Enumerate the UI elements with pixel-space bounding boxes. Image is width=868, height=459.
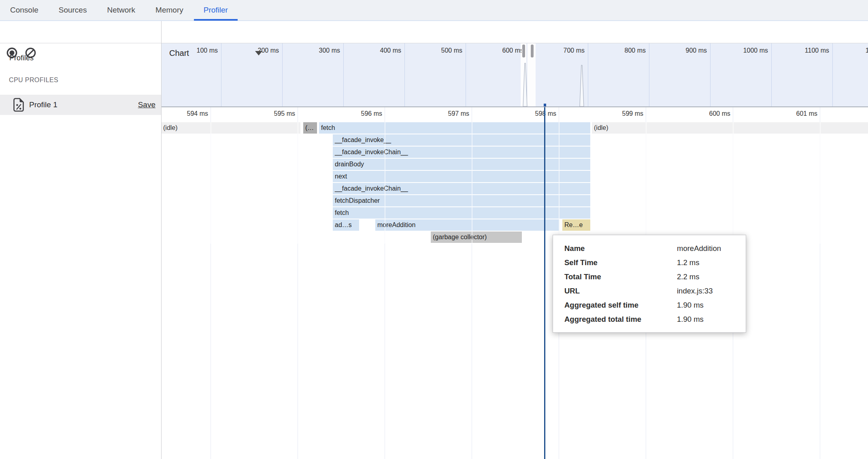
devtools-window: ConsoleSourcesNetworkMemoryProfiler Char… [0, 0, 868, 459]
tooltip-row: Aggregated total time1.90 ms [553, 312, 746, 326]
ruler-time-label: 595 ms [234, 110, 295, 117]
flame-bar-js[interactable]: fetchDispatcher [333, 195, 590, 206]
flame-bar-js[interactable]: __facade_invoke__ [333, 134, 590, 146]
tooltip-value: 1.90 ms [677, 312, 746, 326]
profile-name: Profile 1 [29, 95, 57, 115]
gridline-overlay [385, 122, 385, 244]
profiles-sidebar: Profiles CPU PROFILES Profile 1 Save [0, 43, 161, 459]
tooltip-value: moreAddition [677, 241, 746, 255]
tooltip-value: 1.90 ms [677, 298, 746, 312]
frame-details-tooltip: NamemoreAdditionSelf Time1.2 msTotal Tim… [553, 235, 746, 333]
save-profile-link[interactable]: Save [138, 95, 155, 115]
gridline-overlay [559, 122, 560, 244]
tooltip-label: Aggregated total time [564, 312, 677, 326]
flame-bar-gc[interactable]: (garbage collector) [431, 232, 522, 243]
ruler-time-label: 594 ms [161, 110, 208, 117]
tooltip-value: 1.2 ms [677, 255, 746, 270]
selection-handle-right[interactable] [530, 44, 534, 58]
flame-bar-program[interactable]: (… [303, 122, 317, 134]
tooltip-row: URLindex.js:33 [553, 284, 746, 298]
tab-memory[interactable]: Memory [155, 0, 183, 21]
tooltip-value: 2.2 ms [677, 270, 746, 284]
ruler-time-label: 596 ms [321, 110, 382, 117]
tooltip-label: Self Time [564, 255, 677, 270]
tooltip-label: Name [564, 241, 677, 255]
flame-bar-js[interactable]: __facade_invokeChain__ [333, 147, 590, 158]
clear-icon [25, 47, 36, 58]
flame-bar-js[interactable]: fetch [333, 207, 590, 219]
record-icon [6, 47, 17, 58]
tab-network[interactable]: Network [107, 0, 135, 21]
cpu-profiles-section-header: CPU PROFILES [9, 76, 58, 84]
chevron-down-icon [255, 51, 262, 55]
profiler-toolbar: Chart [0, 21, 868, 43]
flame-chart-pane[interactable]: 594 ms595 ms596 ms597 ms598 ms599 ms600 … [161, 107, 868, 459]
clear-profiles-button[interactable] [25, 47, 36, 58]
flame-bar-js[interactable]: fetch [319, 122, 590, 134]
tab-profiler[interactable]: Profiler [204, 0, 228, 21]
view-mode-value: Chart [169, 49, 189, 58]
ruler-time-label: 600 ms [670, 110, 730, 117]
flame-bar-js[interactable]: next [333, 171, 590, 182]
playhead-overview-tick [544, 104, 546, 106]
gridline-overlay [298, 122, 298, 244]
gridline-overlay [820, 122, 821, 244]
flame-bar-js[interactable]: moreAddition [375, 219, 560, 231]
timeline-overview[interactable]: 100 ms200 ms300 ms400 ms500 ms600 ms700 … [161, 43, 868, 107]
tooltip-label: Total Time [564, 270, 677, 284]
tab-console[interactable]: Console [10, 0, 38, 21]
view-mode-dropdown[interactable]: Chart [166, 45, 266, 62]
profile-list-item[interactable]: Profile 1 Save [0, 95, 161, 115]
flame-bar-record[interactable]: Re…e [562, 219, 590, 231]
ruler-time-label: 598 ms [496, 110, 556, 117]
cpu-activity-spikes [161, 43, 868, 106]
flame-bar-js[interactable]: ad…s [333, 219, 359, 231]
tooltip-label: URL [564, 284, 677, 298]
profile-document-icon [13, 98, 24, 112]
record-profile-button[interactable] [6, 47, 17, 58]
ruler-time-label: 601 ms [757, 110, 817, 117]
tooltip-label: Aggregated self time [564, 298, 677, 312]
flame-bar-js[interactable]: drainBody [333, 159, 590, 170]
sidebar-divider[interactable] [161, 21, 162, 459]
playhead-line [544, 107, 545, 459]
tooltip-row: NamemoreAddition [553, 241, 746, 255]
tooltip-value: index.js:33 [677, 284, 746, 298]
gridline-overlay [733, 122, 734, 244]
gridline-overlay [472, 122, 472, 244]
flame-bar-idle[interactable]: (idle) [592, 122, 868, 134]
tooltip-row: Aggregated self time1.90 ms [553, 298, 746, 312]
panel-tab-bar: ConsoleSourcesNetworkMemoryProfiler [0, 0, 868, 21]
flame-bar-js[interactable]: __facade_invokeChain__ [333, 183, 590, 194]
gridline-overlay [646, 122, 647, 244]
tooltip-row: Self Time1.2 ms [553, 255, 746, 270]
flame-bar-idle[interactable]: (idle) [161, 122, 300, 134]
gridline-overlay [211, 122, 211, 244]
tab-sources[interactable]: Sources [59, 0, 87, 21]
ruler-time-label: 597 ms [408, 110, 469, 117]
selection-handle-left[interactable] [521, 44, 526, 58]
ruler-time-label: 599 ms [583, 110, 643, 117]
tooltip-row: Total Time2.2 ms [553, 270, 746, 284]
